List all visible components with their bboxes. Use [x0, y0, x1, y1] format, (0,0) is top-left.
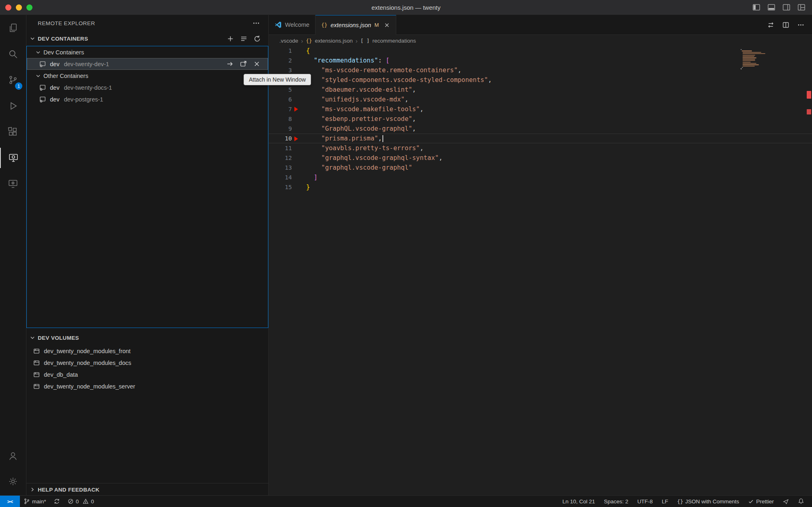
explorer-icon[interactable] [0, 18, 26, 38]
code-text[interactable]: "yoavbls.pretty-ts-errors", [269, 143, 812, 153]
code-text[interactable]: "GraphQL.vscode-graphql", [269, 124, 812, 134]
tree-group-other-containers[interactable]: Other Containers [27, 70, 268, 82]
source-control-icon[interactable]: 1 [0, 70, 26, 90]
language-mode-item[interactable]: {} JSON with Comments [673, 498, 744, 505]
code-line[interactable]: 3 "ms-vscode-remote.remote-containers", [269, 65, 812, 75]
minimize-window-button[interactable] [16, 4, 22, 11]
eol-item[interactable]: LF [657, 498, 673, 505]
breadcrumb-file[interactable]: extensions.json [315, 38, 353, 44]
git-branch-item[interactable]: main* [20, 496, 50, 507]
line-number[interactable]: 10 [269, 134, 292, 143]
code-line[interactable]: 12 "graphql.vscode-graphql-syntax", [269, 153, 812, 163]
code-text[interactable]: "graphql.vscode-graphql-syntax", [269, 153, 812, 163]
filter-list-icon[interactable] [240, 35, 248, 43]
search-icon[interactable] [0, 44, 26, 64]
container-item-dev-twenty-dev-1[interactable]: dev dev-twenty-dev-1 [27, 58, 268, 70]
add-container-icon[interactable] [227, 35, 234, 43]
problems-item[interactable]: 0 0 [64, 496, 98, 507]
accounts-icon[interactable] [0, 446, 26, 466]
code-line[interactable]: 15} [269, 182, 812, 192]
breadcrumb-folder[interactable]: .vscode [279, 38, 298, 44]
customize-layout-icon[interactable] [797, 3, 806, 11]
code-line[interactable]: 14 ] [269, 173, 812, 182]
run-debug-icon[interactable] [0, 96, 26, 116]
code-text[interactable]: "graphql.vscode-graphql" [269, 163, 812, 173]
code-line[interactable]: 9 "GraphQL.vscode-graphql", [269, 124, 812, 134]
code-area[interactable]: 1{2 "recommendations": [3 "ms-vscode-rem… [269, 46, 812, 192]
toggle-secondary-sidebar-icon[interactable] [782, 3, 790, 11]
container-item-dev-twenty-docs-1[interactable]: dev dev-twenty-docs-1 [27, 82, 268, 93]
split-editor-icon[interactable] [782, 21, 790, 29]
remote-explorer-icon[interactable] [0, 148, 26, 168]
code-line[interactable]: 13 "graphql.vscode-graphql" [269, 163, 812, 173]
toggle-panel-icon[interactable] [767, 3, 775, 11]
volume-item[interactable]: dev_twenty_node_modules_server [26, 380, 268, 392]
refresh-icon[interactable] [253, 35, 261, 43]
line-number[interactable]: 12 [269, 153, 292, 163]
code-text[interactable]: "dbaeumer.vscode-eslint", [269, 85, 812, 95]
line-number[interactable]: 7 [269, 104, 292, 114]
encoding-item[interactable]: UTF-8 [633, 498, 657, 505]
code-line[interactable]: 4 "styled-components.vscode-styled-compo… [269, 75, 812, 85]
line-number[interactable]: 11 [269, 143, 292, 153]
code-line[interactable]: 6 "unifiedjs.vscode-mdx", [269, 95, 812, 104]
line-number[interactable]: 15 [269, 182, 292, 192]
volume-item[interactable]: dev_twenty_node_modules_front [26, 345, 268, 357]
close-icon[interactable] [253, 60, 261, 68]
line-number[interactable]: 8 [269, 114, 292, 124]
code-text[interactable]: } [269, 182, 812, 192]
code-line[interactable]: 2 "recommendations": [ [269, 56, 812, 65]
sync-changes-item[interactable] [50, 496, 64, 507]
line-number[interactable]: 1 [269, 46, 292, 56]
code-text[interactable]: "unifiedjs.vscode-mdx", [269, 95, 812, 104]
line-number[interactable]: 9 [269, 124, 292, 134]
volume-item[interactable]: dev_twenty_node_modules_docs [26, 357, 268, 369]
line-number[interactable]: 14 [269, 173, 292, 182]
code-line[interactable]: 11 "yoavbls.pretty-ts-errors", [269, 143, 812, 153]
section-dev-volumes[interactable]: DEV VOLUMES [26, 330, 268, 345]
settings-gear-icon[interactable] [0, 471, 26, 492]
line-number[interactable]: 6 [269, 95, 292, 104]
cursor-position-item[interactable]: Ln 10, Col 21 [558, 498, 599, 505]
attach-current-window-icon[interactable] [226, 60, 234, 68]
maximize-window-button[interactable] [26, 4, 32, 11]
breadcrumb-symbol[interactable]: recommendations [372, 38, 416, 44]
code-line[interactable]: 8 "esbenp.prettier-vscode", [269, 114, 812, 124]
code-line[interactable]: 10 "prisma.prisma", [269, 134, 812, 143]
code-text[interactable]: "recommendations": [ [269, 56, 812, 65]
code-line[interactable]: 5 "dbaeumer.vscode-eslint", [269, 85, 812, 95]
code-text[interactable]: { [269, 46, 812, 56]
gutter-marker-icon[interactable] [294, 107, 298, 112]
indentation-item[interactable]: Spaces: 2 [600, 498, 633, 505]
formatter-item[interactable]: Prettier [743, 498, 778, 505]
view-more-actions-icon[interactable] [252, 19, 260, 27]
close-tab-icon[interactable] [384, 22, 390, 28]
code-text[interactable]: "ms-vscode-remote.remote-containers", [269, 65, 812, 75]
attach-new-window-icon[interactable] [240, 60, 247, 68]
code-text[interactable]: ] [269, 173, 812, 182]
remote-indicator[interactable]: >< [0, 496, 20, 507]
notifications-item[interactable] [793, 498, 809, 505]
overview-ruler[interactable] [806, 15, 812, 496]
code-text[interactable]: "styled-components.vscode-styled-compone… [269, 75, 812, 85]
volume-item[interactable]: dev_db_data [26, 369, 268, 380]
minimap[interactable] [741, 49, 801, 70]
code-text[interactable]: "esbenp.prettier-vscode", [269, 114, 812, 124]
remote-targets-icon[interactable] [0, 174, 26, 194]
close-window-button[interactable] [5, 4, 11, 11]
more-actions-icon[interactable] [797, 21, 805, 29]
line-number[interactable]: 13 [269, 163, 292, 173]
line-number[interactable]: 5 [269, 85, 292, 95]
tree-group-dev-containers[interactable]: Dev Containers [27, 46, 268, 58]
code-line[interactable]: 7 "ms-vscode.makefile-tools", [269, 104, 812, 114]
line-number[interactable]: 2 [269, 56, 292, 65]
container-item-dev-postgres-1[interactable]: dev dev-postgres-1 [27, 93, 268, 105]
section-dev-containers[interactable]: DEV CONTAINERS [26, 31, 268, 46]
compare-changes-icon[interactable] [767, 21, 775, 29]
feedback-item[interactable] [778, 498, 793, 505]
extensions-icon[interactable] [0, 122, 26, 142]
toggle-sidebar-icon[interactable] [752, 3, 760, 11]
section-help-and-feedback[interactable]: HELP AND FEEDBACK [26, 483, 268, 496]
code-text[interactable]: "prisma.prisma", [269, 134, 812, 143]
gutter-marker-icon[interactable] [294, 136, 298, 141]
